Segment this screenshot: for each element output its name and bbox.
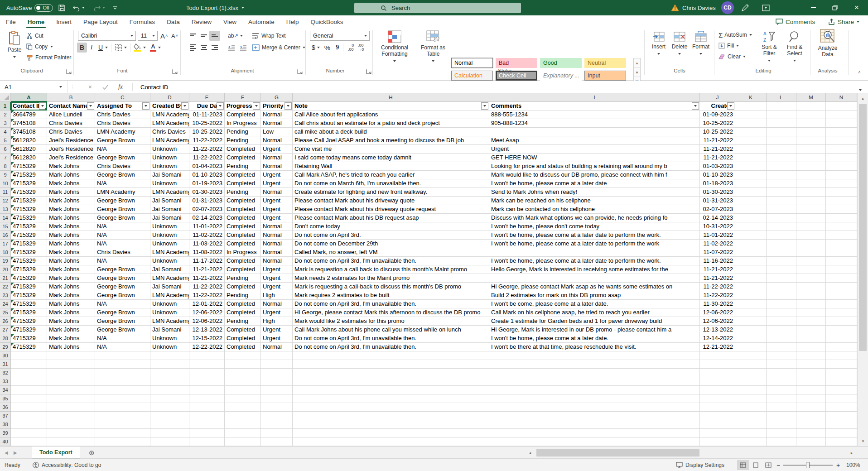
cell-style-neutral[interactable]: Neutral [584,58,626,68]
page-layout-view-button[interactable] [750,460,762,470]
cell-H28[interactable]: Do not come on April 3rd, I'm unavailabl… [293,334,489,343]
cell-M11[interactable] [796,188,826,197]
cell-K1[interactable] [735,102,767,111]
cell-G33[interactable] [261,377,293,386]
increase-font-button[interactable]: A˄ [160,31,168,41]
menu-tab-page-layout[interactable]: Page Layout [77,15,124,28]
cell-E28[interactable]: 12-15-2022 [189,334,225,343]
cell-L22[interactable] [767,283,796,291]
cell-G27[interactable]: Urgent [261,326,293,334]
cell-J17[interactable]: 11-02-2022 [700,240,735,248]
accessibility-status[interactable]: Accessibility: Good to go [33,459,101,471]
header-cell-assigned-to[interactable]: Assigned To [95,102,150,111]
cell-G39[interactable] [261,429,293,437]
italic-button[interactable]: I [87,43,96,53]
cell-G13[interactable]: Urgent [261,205,293,214]
cell-E5[interactable]: 11-22-2022 [189,136,225,145]
cell-K21[interactable] [735,274,767,283]
cell-M32[interactable] [796,369,826,377]
row-header-40[interactable]: 40 [0,437,11,446]
cell-K4[interactable] [735,128,767,136]
cell-G4[interactable]: Low [261,128,293,136]
cell-H7[interactable]: I said come today means come today damni… [293,154,489,162]
align-center-button[interactable] [198,43,209,53]
cell-K34[interactable] [735,386,767,394]
cell-I10[interactable]: I won't be home, please come at a later … [489,179,700,188]
cell-I8[interactable]: Looking for price and status of building… [489,162,700,171]
cell-J35[interactable] [700,394,735,403]
cell-B7[interactable]: Joel's Residence [47,154,95,162]
cell-N6[interactable] [826,145,857,154]
cell-C37[interactable] [95,412,150,420]
cell-I18[interactable] [489,248,700,257]
cell-N20[interactable] [826,265,857,274]
ribbon-display-options-button[interactable] [762,0,770,15]
borders-dropdown[interactable] [124,47,127,48]
cell-N1[interactable] [826,102,857,111]
autosave-toggle[interactable]: AutoSave Off [6,0,53,15]
cell-J25[interactable]: 12-06-2022 [700,308,735,317]
cell-F26[interactable]: Pending [225,317,261,326]
cell-C7[interactable]: George Brown [95,154,150,162]
column-header-j[interactable]: J [700,93,735,102]
cell-I35[interactable] [489,394,700,403]
cell-I4[interactable] [489,128,700,136]
cell-C20[interactable]: George Brown [95,265,150,274]
cell-style-input[interactable]: Input [584,71,626,81]
row-header-9[interactable]: 9 [0,171,11,179]
cell-F31[interactable] [225,360,261,369]
cell-A18[interactable]: 4715329 [11,248,47,257]
share-button[interactable]: Share [828,15,859,28]
cell-C40[interactable] [95,437,150,446]
cell-D33[interactable] [150,377,189,386]
zoom-slider[interactable] [783,465,833,466]
cell-G38[interactable] [261,420,293,429]
cell-M1[interactable] [796,102,826,111]
cell-B28[interactable]: Mark Johns [47,334,95,343]
cell-I7[interactable]: GET HERE NOW [489,154,700,162]
cell-I28[interactable]: I won't be home, please come at a later … [489,334,700,343]
cell-I5[interactable]: Meet Asap [489,136,700,145]
cell-J39[interactable] [700,429,735,437]
cell-L12[interactable] [767,197,796,205]
cell-B5[interactable]: Joel's Residence [47,136,95,145]
cell-H24[interactable]: Do not come on April 3rd, I'm unavailabl… [293,300,489,308]
cell-K32[interactable] [735,369,767,377]
row-header-12[interactable]: 12 [0,197,11,205]
cell-N18[interactable] [826,248,857,257]
filter-button-priority[interactable] [285,102,292,110]
cell-D32[interactable] [150,369,189,377]
cell-D34[interactable] [150,386,189,394]
cell-M19[interactable] [796,257,826,265]
cell-F11[interactable]: Pending [225,188,261,197]
font-size-select[interactable]: 11 [138,31,158,41]
row-header-22[interactable]: 22 [0,283,11,291]
cell-B17[interactable]: Mark Johns [47,240,95,248]
cell-I11[interactable]: Send to Mark Johns when ready! [489,188,700,197]
cell-M12[interactable] [796,197,826,205]
cell-D8[interactable]: Unknown [150,162,189,171]
cell-H4[interactable]: call mike about a deck build [293,128,489,136]
cell-J32[interactable] [700,369,735,377]
header-cell-comments[interactable]: Comments [489,102,700,111]
cell-N39[interactable] [826,429,857,437]
cell-N4[interactable] [826,128,857,136]
cell-K16[interactable] [735,231,767,240]
column-header-c[interactable]: C [95,93,150,102]
cell-N34[interactable] [826,386,857,394]
cell-I15[interactable]: I won't be home, please don't come today [489,222,700,231]
cell-K9[interactable] [735,171,767,179]
cell-B11[interactable]: Mark Johns [47,188,95,197]
row-header-4[interactable]: 4 [0,128,11,136]
paste-button[interactable]: Paste [4,29,25,67]
percent-format-button[interactable]: % [324,44,330,52]
cell-E32[interactable] [189,369,225,377]
cell-L28[interactable] [767,334,796,343]
cell-D36[interactable] [150,403,189,412]
menu-tab-formulas[interactable]: Formulas [124,15,161,28]
cell-B3[interactable]: Chris Davies [47,119,95,128]
cell-N8[interactable] [826,162,857,171]
cell-C17[interactable]: N/A [95,240,150,248]
cell-M20[interactable] [796,265,826,274]
cell-L39[interactable] [767,429,796,437]
